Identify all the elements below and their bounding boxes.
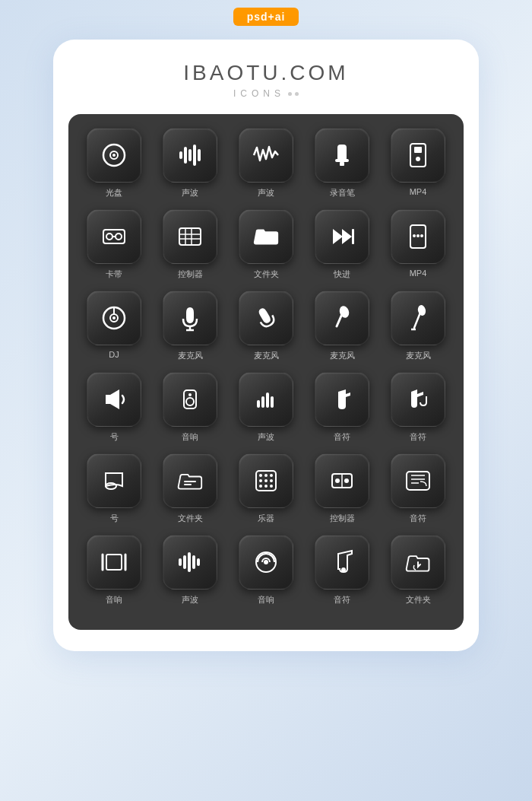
svg-line-38 (414, 313, 420, 328)
icon-cell-horn: 号 (76, 372, 152, 443)
icon-cell-mp4b: MP4 (380, 209, 456, 280)
icon-label-folder2: 文件夹 (178, 513, 203, 524)
mic1-icon (176, 304, 204, 332)
icon-cell-tape: 卡带 (76, 209, 152, 280)
icon-label-horn: 号 (110, 431, 119, 443)
icon-cell-speaker2: 音响 (76, 535, 152, 606)
icon-cell-instrument: 乐器 (228, 453, 304, 524)
icon-btn-dj[interactable] (87, 291, 141, 345)
icon-btn-mic4[interactable] (391, 291, 445, 345)
icon-label-folder3: 文件夹 (406, 594, 431, 606)
svg-line-36 (337, 314, 342, 326)
svg-point-56 (264, 479, 268, 482)
mp4a-icon (404, 141, 432, 170)
icon-btn-speaker3[interactable] (239, 535, 293, 590)
svg-rect-9 (335, 159, 349, 162)
icon-label-instrument: 乐器 (258, 513, 274, 524)
icon-btn-note2[interactable] (391, 372, 445, 427)
icon-btn-horn[interactable] (87, 372, 141, 427)
icon-label-note3: 音符 (410, 513, 426, 524)
svg-rect-73 (183, 555, 186, 569)
svg-point-64 (344, 478, 349, 483)
icon-label-mic2: 麦克风 (254, 350, 279, 361)
svg-point-60 (270, 485, 273, 488)
icon-cell-dj: DJ (76, 291, 152, 361)
icon-btn-note4[interactable] (315, 535, 369, 590)
icon-cell-triangle: 号 (76, 453, 152, 524)
icon-label-mic3: 麦克风 (330, 350, 355, 361)
icon-panel: 光盘声波声波录音笔MP4卡带控制器文件夹快进MP4DJ麦克风麦克风麦克风麦克风号… (68, 114, 464, 630)
icon-btn-tape[interactable] (87, 209, 141, 264)
icon-label-mic1: 麦克风 (178, 350, 203, 361)
icon-btn-soundwave3[interactable] (239, 372, 293, 427)
icon-cell-fastforward: 快进 (304, 209, 380, 280)
svg-rect-76 (197, 558, 200, 566)
icon-label-recorder: 录音笔 (330, 187, 355, 199)
icon-btn-speaker2[interactable] (87, 535, 141, 590)
icon-label-tape: 卡带 (106, 269, 122, 280)
icon-btn-mic1[interactable] (163, 291, 217, 345)
icon-btn-speaker1[interactable] (163, 372, 217, 427)
tape-icon (100, 222, 128, 251)
icon-btn-mp4a[interactable] (391, 128, 445, 183)
icon-btn-folder3[interactable] (391, 535, 445, 590)
icon-btn-recorder[interactable] (315, 128, 369, 183)
icon-btn-instrument[interactable] (239, 453, 293, 508)
icon-label-mp4a: MP4 (410, 187, 427, 196)
card-title: IBAOTU.COM (183, 61, 348, 85)
icon-label-note1: 音符 (334, 431, 350, 443)
icon-label-folder: 文件夹 (254, 269, 279, 280)
icon-cell-mic3: 麦克风 (304, 291, 380, 361)
icon-btn-controller2[interactable] (315, 453, 369, 508)
card: IBAOTU.COM ICONS 光盘声波声波录音笔MP4卡带控制器文件夹快进M… (53, 40, 479, 651)
svg-point-15 (106, 234, 112, 240)
svg-point-28 (416, 234, 420, 237)
recorder-icon (328, 141, 356, 170)
icon-btn-controller[interactable] (163, 209, 217, 264)
icon-btn-mic2[interactable] (239, 291, 293, 345)
soundwave1-icon (176, 141, 204, 170)
svg-rect-47 (271, 396, 274, 408)
icon-btn-cd[interactable] (87, 128, 141, 183)
svg-point-58 (259, 485, 262, 488)
icon-btn-mp4b[interactable] (391, 209, 445, 264)
icon-label-triangle: 号 (110, 513, 119, 524)
instrument-icon (252, 466, 280, 495)
svg-rect-74 (188, 552, 191, 572)
svg-rect-3 (179, 151, 182, 159)
svg-rect-69 (106, 555, 122, 570)
icon-label-soundwave2: 声波 (258, 187, 274, 199)
mic3-icon (328, 304, 356, 332)
icon-btn-soundwave1[interactable] (163, 128, 217, 183)
note1-icon (328, 385, 356, 414)
icon-btn-mic3[interactable] (315, 291, 369, 345)
icon-btn-note1[interactable] (315, 372, 369, 427)
svg-rect-5 (188, 149, 192, 161)
svg-rect-12 (414, 147, 422, 153)
cd-icon (100, 141, 128, 170)
icon-btn-folder[interactable] (239, 209, 293, 264)
icon-cell-soundwave3: 声波 (228, 372, 304, 443)
svg-point-33 (112, 316, 116, 319)
icon-label-soundwave3: 声波 (258, 431, 274, 443)
icon-label-controller: 控制器 (178, 269, 203, 280)
svg-rect-75 (192, 555, 195, 569)
svg-point-78 (264, 560, 268, 564)
icon-btn-triangle[interactable] (87, 453, 141, 508)
icon-btn-fastforward[interactable] (315, 209, 369, 264)
svg-point-57 (270, 479, 273, 482)
horn-icon (100, 385, 128, 414)
icon-cell-controller2: 控制器 (304, 453, 380, 524)
svg-rect-18 (179, 228, 201, 245)
fastforward-icon (328, 222, 356, 251)
icon-label-mp4b: MP4 (410, 269, 427, 278)
icon-btn-folder2[interactable] (163, 453, 217, 508)
icon-label-controller2: 控制器 (330, 513, 355, 524)
icon-btn-soundwave4[interactable] (163, 535, 217, 590)
note3-icon (404, 466, 432, 495)
svg-rect-72 (179, 558, 182, 566)
icon-btn-soundwave2[interactable] (239, 128, 293, 183)
svg-rect-50 (184, 484, 192, 485)
icon-btn-note3[interactable] (391, 453, 445, 508)
icon-label-soundwave4: 声波 (182, 594, 198, 606)
